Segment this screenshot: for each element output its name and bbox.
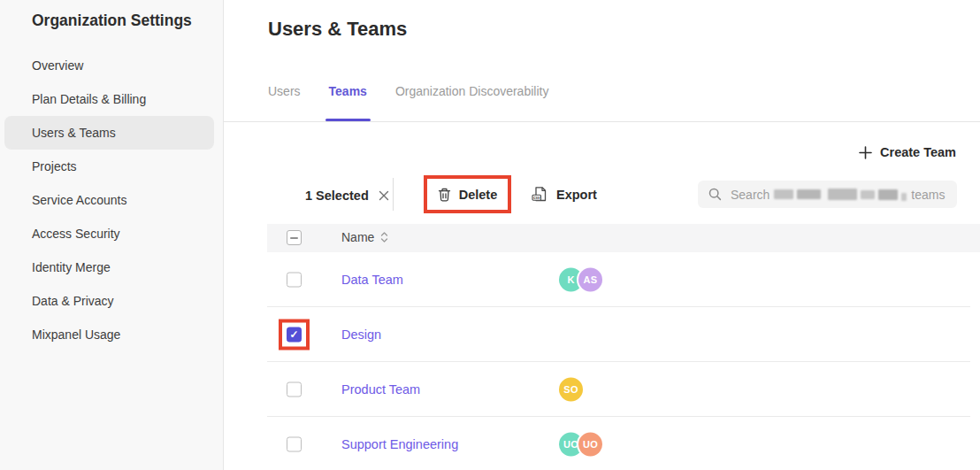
column-header-name[interactable]: Name (341, 230, 374, 244)
avatar-group: SO (559, 377, 583, 401)
sidebar-nav: OverviewPlan Details & BillingUsers & Te… (0, 49, 223, 351)
sidebar-item-identity-merge[interactable]: Identity Merge (4, 250, 214, 284)
table-row-data-team: Data TeamKAS (267, 252, 970, 307)
sidebar-item-data-privacy[interactable]: Data & Privacy (4, 284, 214, 318)
selection-status: 1 Selected (305, 181, 389, 209)
delete-button-label: Delete (459, 188, 498, 202)
export-button[interactable]: csv Export (532, 181, 597, 208)
plus-icon (859, 146, 872, 159)
row-checkbox[interactable] (287, 381, 302, 397)
trash-icon (438, 188, 451, 202)
table-row-product-team: Product TeamSO (267, 362, 970, 417)
sidebar-item-service-accounts[interactable]: Service Accounts (4, 183, 214, 217)
organization-settings-page: Organization Settings OverviewPlan Detai… (0, 0, 980, 470)
tab-organization-discoverability[interactable]: Organization Discoverability (387, 84, 558, 121)
csv-file-icon: csv (532, 186, 547, 203)
sidebar-item-mixpanel-usage[interactable]: Mixpanel Usage (4, 318, 214, 351)
clear-selection-icon[interactable] (379, 190, 389, 201)
tab-bar-divider (224, 121, 980, 122)
team-table-body: Data TeamKAS✓DesignProduct TeamSOSupport… (267, 252, 970, 470)
search-placeholder: Search teams (731, 188, 945, 202)
annotation-box-delete: Delete (424, 175, 511, 213)
indeterminate-dash-icon (290, 237, 298, 239)
sidebar-item-projects[interactable]: Projects (4, 150, 214, 183)
selected-count-label: 1 Selected (305, 189, 369, 203)
page-title: Users & Teams (268, 18, 407, 41)
row-checkbox[interactable] (287, 436, 302, 451)
row-checkbox[interactable]: ✓ (287, 327, 302, 342)
main-content: Users & Teams Users Teams Organization D… (224, 0, 980, 470)
tab-teams[interactable]: Teams (320, 84, 376, 121)
avatar: UO (578, 432, 602, 456)
sidebar-item-access-security[interactable]: Access Security (4, 217, 214, 250)
search-icon (708, 188, 722, 201)
sidebar-item-overview[interactable]: Overview (4, 49, 214, 82)
tab-bar: Users Teams Organization Discoverability (259, 84, 568, 121)
avatar: SO (559, 377, 583, 401)
team-name-link[interactable]: Design (341, 327, 381, 342)
sidebar: Organization Settings OverviewPlan Detai… (0, 0, 224, 470)
table-row-support-engineering: Support EngineeringUOUO (267, 417, 970, 470)
tab-users[interactable]: Users (259, 84, 310, 121)
sidebar-item-plan-details-billing[interactable]: Plan Details & Billing (4, 82, 214, 116)
avatar-group: KAS (559, 267, 602, 291)
create-team-button[interactable]: Create Team (859, 145, 956, 159)
table-row-design: ✓Design (267, 307, 970, 362)
select-all-checkbox[interactable] (287, 230, 302, 245)
svg-text:csv: csv (533, 196, 540, 200)
create-team-label: Create Team (880, 145, 956, 159)
toolbar-divider (393, 178, 394, 211)
team-name-link[interactable]: Data Team (341, 273, 403, 287)
sidebar-item-users-teams[interactable]: Users & Teams (4, 116, 214, 150)
export-button-label: Export (556, 188, 597, 202)
team-name-link[interactable]: Product Team (341, 382, 420, 397)
delete-button[interactable]: Delete (427, 179, 508, 210)
checkbox-wrap (287, 436, 302, 451)
search-input[interactable]: Search teams (698, 181, 957, 208)
sidebar-title: Organization Settings (32, 12, 223, 30)
avatar: AS (578, 267, 602, 291)
sort-icon[interactable] (380, 231, 388, 243)
check-icon: ✓ (289, 329, 298, 340)
checkbox-wrap (287, 381, 302, 397)
redacted-text (774, 188, 907, 201)
row-checkbox[interactable] (287, 272, 302, 287)
checkbox-wrap (287, 272, 302, 287)
team-name-link[interactable]: Support Engineering (341, 437, 458, 451)
avatar-group: UOUO (559, 432, 602, 456)
annotation-box-checkbox: ✓ (279, 319, 310, 350)
table-header: Name (267, 224, 980, 252)
